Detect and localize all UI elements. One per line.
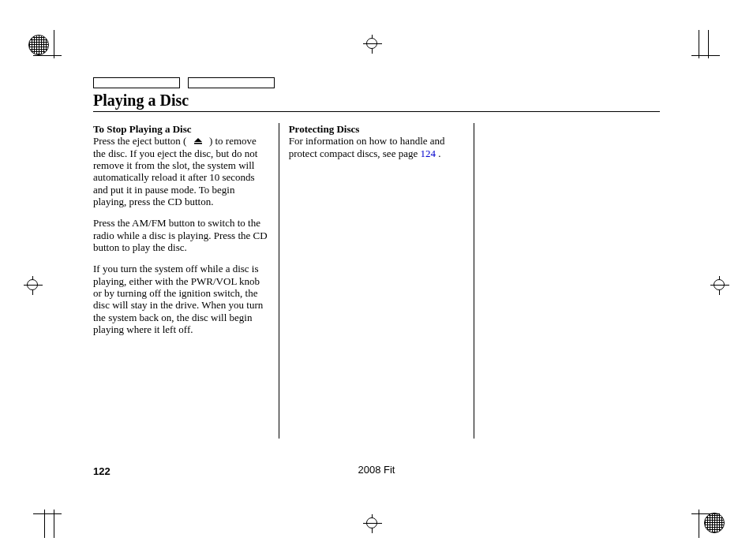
crop-mark — [699, 30, 699, 58]
registration-cross — [363, 35, 382, 54]
column-1: To Stop Playing a Disc Press the eject b… — [93, 123, 269, 335]
crop-mark — [44, 510, 45, 538]
body-text: . — [438, 147, 440, 159]
page-link-124[interactable]: 124 — [420, 147, 436, 159]
registration-cross — [363, 514, 382, 533]
manual-page: Playing a Disc To Stop Playing a Disc Pr… — [93, 77, 660, 439]
crop-mark — [33, 513, 62, 514]
crop-mark — [54, 510, 54, 538]
page-title: Playing a Disc — [93, 91, 660, 110]
title-rule — [93, 111, 660, 112]
model-year: 2008 Fit — [358, 464, 395, 476]
crop-mark — [699, 510, 699, 538]
page-footer: 122 2008 Fit — [93, 464, 660, 478]
subheading-protect: Protecting Discs — [289, 123, 360, 135]
crop-mark — [691, 513, 720, 514]
registration-cross — [710, 276, 729, 295]
column-3 — [474, 123, 660, 439]
header-tabs — [93, 77, 660, 88]
crop-mark — [54, 30, 54, 58]
crop-mark — [708, 30, 709, 58]
crop-mark — [691, 55, 720, 56]
stop-playing-paragraph: To Stop Playing a Disc Press the eject b… — [93, 123, 269, 207]
header-tab — [188, 77, 275, 88]
body-text: Press the AM/FM button to switch to the … — [93, 217, 269, 253]
header-tab — [93, 77, 180, 88]
body-text: Press the eject button ( — [93, 135, 186, 147]
print-mark-globe — [704, 513, 725, 533]
crop-mark — [33, 55, 62, 56]
registration-cross — [24, 276, 43, 295]
svg-marker-0 — [194, 138, 202, 142]
column-2: Protecting Discs For information on how … — [279, 123, 465, 439]
eject-icon — [189, 137, 207, 145]
protecting-discs-paragraph: Protecting Discs For information on how … — [289, 123, 465, 159]
body-text: If you turn the system off while a disc … — [93, 263, 269, 335]
print-mark-globe — [28, 35, 49, 55]
page-number: 122 — [93, 465, 111, 477]
subheading-stop: To Stop Playing a Disc — [93, 123, 192, 135]
svg-rect-1 — [194, 143, 202, 144]
content-columns: To Stop Playing a Disc Press the eject b… — [93, 123, 660, 439]
